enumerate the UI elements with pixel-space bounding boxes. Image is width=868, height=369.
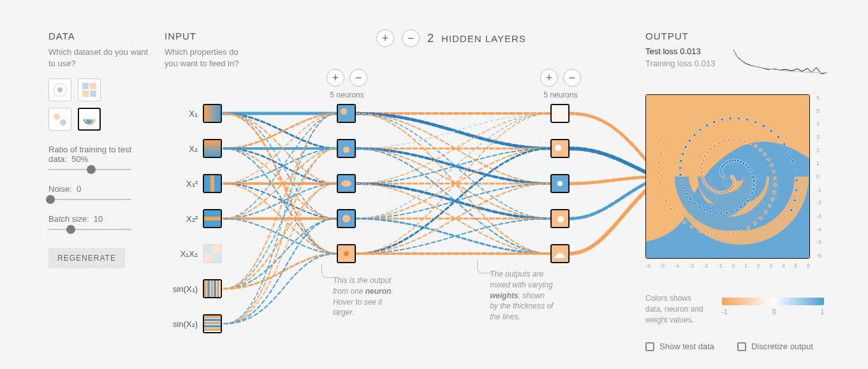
checkbox-icon	[737, 342, 746, 351]
feature-thumbnail[interactable]	[203, 314, 222, 333]
feature-3[interactable]: X₂²	[168, 209, 222, 228]
svg-point-111	[670, 208, 672, 210]
svg-point-187	[793, 199, 796, 201]
svg-point-67	[708, 187, 710, 189]
svg-point-136	[742, 162, 745, 164]
x-axis-ticks: -6-5-4-3-2-10123456	[645, 263, 810, 269]
discretize-checkbox[interactable]: Discretize output	[737, 342, 813, 351]
svg-point-137	[745, 164, 747, 166]
svg-point-183	[791, 160, 794, 163]
svg-point-165	[680, 159, 682, 162]
svg-point-168	[688, 140, 691, 142]
svg-point-156	[703, 208, 706, 211]
svg-point-105	[715, 233, 717, 236]
svg-point-175	[737, 117, 740, 120]
svg-point-142	[753, 180, 755, 182]
feature-label: sin(X₂)	[168, 319, 198, 329]
hidden-layer-count: 2	[427, 32, 434, 45]
dataset-gauss[interactable]	[48, 108, 71, 131]
svg-point-115	[658, 171, 660, 174]
svg-point-85	[744, 140, 746, 142]
layer2-neuron-1[interactable]	[550, 139, 570, 158]
dataset-xor[interactable]	[78, 78, 101, 101]
svg-point-88	[759, 148, 761, 151]
svg-point-46	[557, 216, 564, 222]
svg-point-39	[344, 251, 349, 256]
show-test-label: Show test data	[659, 342, 714, 351]
add-layer-button[interactable]: +	[376, 29, 394, 47]
weights-tip: The outputs aremixed with varyingweights…	[490, 269, 585, 322]
svg-point-114	[659, 181, 661, 184]
svg-point-151	[730, 210, 733, 213]
svg-point-173	[721, 119, 723, 121]
legend-text: Colors shows data, neuron and weight val…	[645, 293, 709, 325]
svg-point-99	[760, 217, 762, 219]
show-test-checkbox[interactable]: Show test data	[645, 342, 714, 351]
svg-rect-21	[210, 280, 213, 297]
svg-rect-17	[212, 254, 221, 262]
svg-point-89	[763, 153, 766, 156]
layer2-neuron-4[interactable]	[550, 244, 570, 263]
layer2-neuron-2[interactable]	[550, 174, 570, 193]
layer2-neuron-3[interactable]	[550, 209, 570, 228]
feature-2[interactable]: X₁²	[168, 174, 222, 193]
svg-point-133	[734, 159, 737, 162]
svg-point-87	[754, 145, 757, 147]
feature-5[interactable]: sin(X₁)	[168, 279, 222, 298]
layer2-neuron-count: 5 neurons	[543, 90, 577, 99]
layer1-remove-neuron-button[interactable]: −	[349, 69, 367, 87]
svg-point-157	[698, 206, 701, 208]
svg-rect-20	[207, 280, 210, 297]
feature-6[interactable]: sin(X₂)	[168, 314, 222, 333]
regenerate-button[interactable]: REGENERATE	[48, 248, 125, 268]
dataset-circle[interactable]	[48, 78, 71, 101]
feature-thumbnail[interactable]	[203, 104, 222, 123]
noise-slider[interactable]	[48, 199, 131, 200]
svg-point-102	[740, 229, 742, 232]
svg-point-164	[679, 166, 681, 169]
layer2-add-neuron-button[interactable]: +	[540, 69, 558, 87]
ratio-slider[interactable]	[48, 169, 131, 170]
svg-rect-40	[552, 105, 568, 122]
svg-rect-22	[214, 280, 216, 297]
test-loss-label: Test loss	[645, 47, 678, 56]
feature-thumbnail[interactable]	[203, 244, 222, 263]
feature-thumbnail[interactable]	[203, 279, 222, 298]
layer1-neuron-4[interactable]	[337, 244, 356, 263]
layer1-add-neuron-button[interactable]: +	[327, 69, 344, 87]
layer1-neuron-1[interactable]	[337, 139, 356, 158]
layer2-neuron-0[interactable]	[550, 104, 570, 123]
remove-layer-button[interactable]: −	[402, 29, 420, 47]
feature-thumbnail[interactable]	[203, 209, 222, 228]
svg-point-81	[722, 140, 725, 143]
svg-point-75	[702, 159, 704, 161]
svg-point-148	[743, 203, 746, 205]
svg-point-169	[693, 134, 696, 136]
svg-point-116	[658, 161, 660, 164]
svg-point-80	[717, 142, 720, 145]
svg-point-86	[749, 142, 752, 145]
feature-1[interactable]: X₂	[168, 139, 222, 158]
feature-0[interactable]: X₁	[168, 104, 222, 123]
layer1-neuron-2[interactable]	[337, 174, 356, 193]
svg-point-72	[700, 171, 703, 173]
svg-rect-9	[204, 140, 221, 157]
dataset-spiral[interactable]	[78, 108, 101, 131]
svg-point-149	[739, 206, 742, 208]
feature-label: X₂²	[168, 214, 198, 224]
svg-point-181	[783, 143, 785, 145]
svg-point-101	[747, 226, 749, 229]
output-heatmap[interactable]	[645, 94, 810, 259]
feature-thumbnail[interactable]	[203, 139, 222, 158]
svg-point-135	[739, 161, 742, 163]
layer2-remove-neuron-button[interactable]: −	[563, 69, 581, 87]
svg-rect-4	[82, 90, 89, 97]
batch-slider[interactable]	[48, 229, 131, 230]
layer1-neuron-0[interactable]	[337, 104, 356, 123]
svg-point-138	[747, 166, 749, 169]
svg-rect-19	[204, 280, 207, 297]
layer1-neuron-3[interactable]	[337, 209, 356, 228]
feature-4[interactable]: X₁X₂	[168, 244, 222, 263]
feature-thumbnail[interactable]	[203, 174, 222, 193]
svg-point-104	[724, 233, 726, 236]
